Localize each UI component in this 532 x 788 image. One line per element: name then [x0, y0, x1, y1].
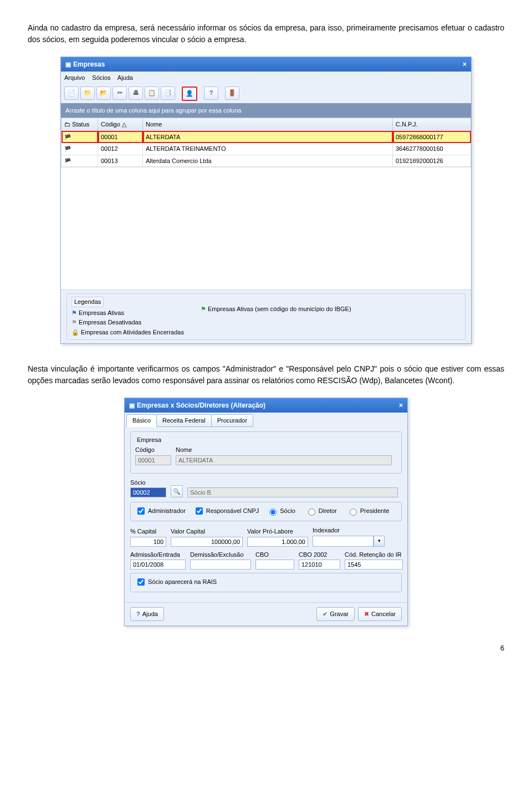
toolbar-btn-help[interactable]: ? — [204, 87, 218, 100]
pct-capital-label: % Capital — [130, 527, 166, 536]
col-nome[interactable]: Nome — [143, 118, 393, 131]
group-hint: Arraste o título de uma coluna aqui para… — [61, 103, 471, 118]
menu-ajuda[interactable]: Ajuda — [117, 74, 133, 81]
app-icon: ▣ — [129, 402, 135, 409]
cell-nome: ALTERDATA TREINAMENTO — [143, 143, 393, 155]
valor-prolabore-field: Valor Pró-Labore — [247, 527, 308, 547]
cbo2002-field: CBO 2002 — [299, 550, 340, 570]
socio-codigo-input[interactable] — [130, 487, 166, 497]
role-fieldset: Administrador Responsável CNPJ Sócio Dir… — [130, 502, 402, 521]
cell-cnpj: 36462778000160 — [393, 143, 471, 155]
nome-label: Nome — [176, 445, 397, 455]
menu-arquivo[interactable]: Arquivo — [64, 74, 85, 81]
legend-ibge: ⚑ Empresas Ativas (sem código do municíp… — [201, 304, 351, 314]
admissao-input[interactable] — [130, 560, 186, 570]
legend-encerradas: 🔒 Empresas com Atividades Encerradas — [71, 328, 184, 337]
toolbar-btn-3[interactable]: 📂 — [96, 87, 111, 100]
cell-codigo: 00013 — [98, 155, 143, 167]
pct-capital-input[interactable] — [130, 537, 166, 547]
close-icon[interactable]: × — [463, 59, 467, 69]
cbo2002-input[interactable] — [299, 560, 340, 570]
legend-box: Legendas ⚑ Empresas Ativas ⚑ Empresas De… — [61, 289, 471, 343]
toolbar-btn-4[interactable]: ✏ — [112, 87, 127, 100]
chk-administrador[interactable]: Administrador — [135, 506, 186, 516]
cancelar-button[interactable]: ✖ Cancelar — [358, 607, 402, 621]
table-row[interactable]: 🏴 00001 ALTERDATA 05972868000177 — [62, 131, 471, 143]
cell-nome: ALTERDATA — [143, 131, 393, 143]
cod-ret-field: Cód. Retenção do IR — [345, 550, 403, 570]
indexador-field: Indexador ▾ — [313, 526, 385, 547]
empresa-fieldset: Empresa Código Nome — [130, 431, 402, 474]
cell-cnpj: 05972868000177 — [393, 131, 471, 143]
ajuda-button[interactable]: ? Ajuda — [130, 607, 164, 621]
dialog-titlebar: ▣Empresas x Sócios/Diretores (Alteração)… — [125, 398, 407, 413]
socio-field: Sócio — [130, 478, 166, 498]
pct-capital-field: % Capital — [130, 527, 166, 547]
legend-desativadas: ⚑ Empresas Desativadas — [71, 318, 184, 327]
cbo-input[interactable] — [255, 560, 294, 570]
fieldset-label-empresa: Empresa — [135, 435, 163, 445]
admissao-label: Admissão/Entrada — [130, 550, 186, 560]
flag-icon: 🏴 — [64, 158, 71, 164]
table-row[interactable]: 🏴 00013 Alterdata Comercio Ltda 01921892… — [62, 155, 471, 167]
toolbar-btn-1[interactable]: 📄 — [64, 87, 79, 100]
tab-basico[interactable]: Básico — [126, 414, 157, 427]
cbo-field: CBO — [255, 550, 294, 570]
radio-presidente[interactable]: Presidente — [347, 506, 390, 516]
cell-codigo: 00012 — [98, 143, 143, 155]
window-title: Empresas — [73, 60, 105, 68]
chk-responsavel-cnpj[interactable]: Responsável CNPJ — [193, 506, 259, 516]
toolbar-btn-2[interactable]: 📁 — [80, 87, 95, 100]
socio-nome-input — [187, 487, 398, 497]
toolbar: 📄 📁 📂 ✏ 🖶 📋 📑 👤 ? 🚪 — [61, 84, 471, 103]
admissao-field: Admissão/Entrada — [130, 550, 186, 570]
cod-ret-input[interactable] — [345, 560, 403, 570]
chevron-down-icon[interactable]: ▾ — [374, 536, 385, 547]
cell-codigo: 00001 — [98, 131, 143, 143]
companies-table: 🗀 Status Código △ Nome C.N.P.J. 🏴 00001 … — [61, 118, 471, 167]
valor-capital-field: Valor Capital — [171, 527, 243, 547]
toolbar-btn-6[interactable]: 📋 — [145, 87, 159, 100]
chk-rais[interactable]: Sócio aparecerá na RAIS — [135, 577, 397, 587]
tab-receita-federal[interactable]: Receita Federal — [156, 414, 212, 427]
toolbar-btn-5[interactable]: 🖶 — [129, 87, 143, 100]
empresas-window: ▣Empresas × Arquivo Sócios Ajuda 📄 📁 📂 ✏… — [60, 57, 472, 344]
indexador-input[interactable] — [313, 536, 374, 547]
search-icon[interactable]: 🔍 — [171, 485, 183, 497]
valor-capital-label: Valor Capital — [171, 527, 243, 536]
menubar: Arquivo Sócios Ajuda — [61, 72, 471, 84]
nome-input — [176, 455, 392, 465]
cancel-icon: ✖ — [364, 609, 369, 619]
titlebar: ▣Empresas × — [61, 57, 471, 72]
cell-nome: Alterdata Comercio Ltda — [143, 155, 393, 167]
col-cnpj[interactable]: C.N.P.J. — [393, 118, 471, 131]
demissao-input[interactable] — [190, 560, 251, 570]
valor-capital-input[interactable] — [171, 537, 243, 547]
close-icon[interactable]: × — [399, 400, 403, 410]
cod-ret-label: Cód. Retenção do IR — [345, 550, 403, 560]
col-status[interactable]: 🗀 Status — [62, 118, 98, 131]
form-body: Empresa Código Nome Sócio 🔍 — [125, 427, 407, 603]
valor-prolabore-input[interactable] — [247, 537, 308, 547]
flag-icon: 🏴 — [64, 134, 71, 140]
radio-socio[interactable]: Sócio — [267, 506, 295, 516]
menu-socios[interactable]: Sócios — [92, 74, 110, 81]
nome-field: Nome — [176, 445, 397, 465]
rais-fieldset: Sócio aparecerá na RAIS — [130, 573, 402, 592]
tab-procurador[interactable]: Procurador — [211, 414, 253, 427]
toolbar-btn-socios-highlighted[interactable]: 👤 — [182, 87, 197, 101]
paragraph-2: Nesta vinculação é importante verificarm… — [28, 363, 504, 387]
help-icon: ? — [136, 609, 140, 619]
toolbar-btn-7[interactable]: 📑 — [161, 87, 175, 100]
toolbar-btn-exit[interactable]: 🚪 — [225, 87, 239, 100]
dialog-title: Empresas x Sócios/Diretores (Alteração) — [137, 401, 265, 409]
socios-dialog: ▣Empresas x Sócios/Diretores (Alteração)… — [124, 398, 408, 626]
legend-title: Legendas — [71, 297, 104, 307]
radio-diretor[interactable]: Diretor — [305, 506, 337, 516]
gravar-button[interactable]: ✔ Gravar — [316, 607, 355, 621]
table-row[interactable]: 🏴 00012 ALTERDATA TREINAMENTO 3646277800… — [62, 143, 471, 155]
col-codigo[interactable]: Código △ — [98, 118, 143, 131]
codigo-label: Código — [135, 445, 171, 455]
cell-cnpj: 01921892000126 — [393, 155, 471, 167]
indexador-label: Indexador — [313, 526, 385, 535]
